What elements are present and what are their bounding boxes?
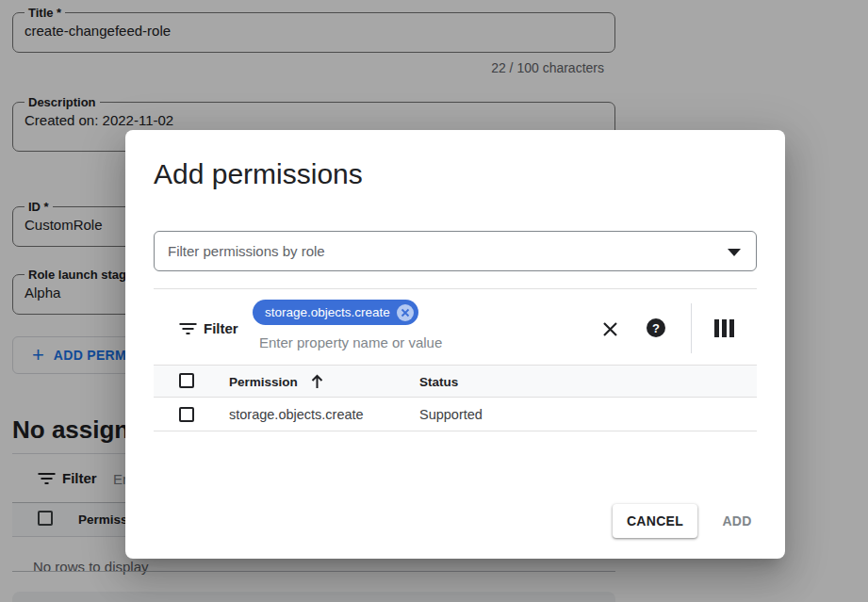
permission-table-row[interactable]: storage.objects.create Supported bbox=[154, 399, 757, 431]
filter-chip-label: storage.objects.create bbox=[265, 305, 390, 319]
filter-by-role-placeholder: Filter permissions by role bbox=[168, 243, 325, 259]
status-cell: Supported bbox=[419, 407, 483, 422]
modal-filter-label[interactable]: Filter bbox=[204, 320, 238, 336]
sort-ascending-icon[interactable] bbox=[310, 373, 324, 394]
status-column-header[interactable]: Status bbox=[419, 375, 458, 389]
filter-icon bbox=[179, 322, 197, 339]
modal-table-header: Permission Status bbox=[154, 365, 757, 398]
add-permissions-dialog: Add permissions Filter permissions by ro… bbox=[125, 130, 785, 559]
column-display-options-icon[interactable] bbox=[714, 319, 734, 337]
clear-filters-icon[interactable] bbox=[599, 318, 620, 339]
chevron-down-icon bbox=[728, 249, 741, 256]
select-all-checkbox[interactable] bbox=[179, 373, 194, 388]
divider bbox=[691, 303, 692, 353]
add-button[interactable]: ADD bbox=[707, 504, 767, 538]
permission-cell: storage.objects.create bbox=[229, 407, 364, 422]
row-checkbox[interactable] bbox=[179, 407, 194, 422]
chip-remove-icon[interactable] bbox=[397, 304, 414, 321]
question-mark-glyph: ? bbox=[647, 318, 665, 337]
page: Title * create-changefeed-role 22 / 100 … bbox=[0, 0, 868, 602]
permission-column-header[interactable]: Permission bbox=[229, 375, 298, 389]
dialog-title: Add permissions bbox=[154, 158, 363, 190]
filter-by-role-dropdown[interactable]: Filter permissions by role bbox=[154, 231, 757, 271]
divider bbox=[154, 288, 757, 289]
cancel-button[interactable]: CANCEL bbox=[613, 504, 697, 538]
help-icon[interactable]: ? bbox=[646, 317, 666, 338]
filter-chip[interactable]: storage.objects.create bbox=[253, 300, 418, 325]
modal-filter-input[interactable] bbox=[259, 331, 570, 353]
